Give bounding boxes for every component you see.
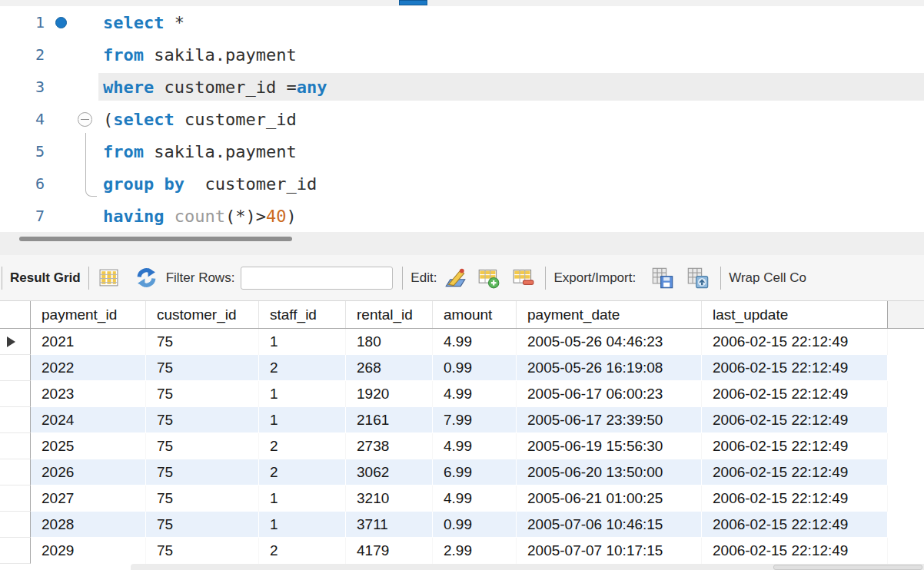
- cell-payment_id[interactable]: 2021: [31, 329, 146, 355]
- table-row[interactable]: 202575227384.992005-06-19 15:56:302006-0…: [0, 433, 924, 459]
- cell-amount[interactable]: 7.99: [433, 407, 517, 433]
- import-records-icon[interactable]: [686, 267, 710, 290]
- cell-amount[interactable]: 4.99: [433, 485, 517, 512]
- fold-collapse-icon[interactable]: [78, 112, 92, 127]
- cell-payment_id[interactable]: 2025: [31, 433, 146, 459]
- cell-payment_date[interactable]: 2005-06-19 15:56:30: [517, 433, 702, 459]
- table-row[interactable]: 20227522680.992005-05-26 16:19:082006-02…: [0, 355, 924, 381]
- row-selector[interactable]: [0, 512, 31, 538]
- sql-editor[interactable]: 1select *2from sakila.payment3where cust…: [0, 6, 924, 232]
- table-row[interactable]: 202975241792.992005-07-07 10:17:152006-0…: [0, 538, 924, 564]
- cell-last_update[interactable]: 2006-02-15 22:12:49: [702, 459, 888, 485]
- cell-payment_date[interactable]: 2005-05-26 16:19:08: [517, 355, 702, 381]
- cell-rental_id[interactable]: 3711: [346, 512, 433, 538]
- refresh-icon[interactable]: [136, 267, 157, 288]
- cell-payment_date[interactable]: 2005-07-07 10:17:15: [517, 538, 702, 564]
- cell-payment_id[interactable]: 2029: [31, 538, 146, 564]
- cell-amount[interactable]: 4.99: [433, 329, 517, 355]
- cell-payment_date[interactable]: 2005-07-06 10:46:15: [517, 512, 702, 538]
- cell-last_update[interactable]: 2006-02-15 22:12:49: [702, 407, 888, 433]
- editor-hscrollbar[interactable]: [0, 232, 924, 255]
- cell-payment_id[interactable]: 2026: [31, 459, 146, 485]
- cell-amount[interactable]: 2.99: [433, 538, 517, 564]
- editor-line-4[interactable]: 4(select customer_id: [0, 103, 924, 135]
- editor-line-2[interactable]: 2from sakila.payment: [0, 38, 924, 71]
- cell-payment_date[interactable]: 2005-06-17 06:00:23: [517, 381, 702, 407]
- cell-customer_id[interactable]: 75: [146, 485, 259, 512]
- table-row[interactable]: 20217511804.992005-05-26 04:46:232006-02…: [0, 329, 924, 355]
- cell-last_update[interactable]: 2006-02-15 22:12:49: [702, 381, 888, 407]
- cell-payment_date[interactable]: 2005-06-21 01:00:25: [517, 485, 702, 512]
- column-header-customer_id[interactable]: customer_id: [146, 301, 259, 328]
- cell-payment_id[interactable]: 2022: [31, 355, 146, 381]
- editor-line-6[interactable]: 6group by customer_id: [0, 167, 924, 200]
- row-selector[interactable]: [0, 407, 31, 433]
- cell-payment_id[interactable]: 2023: [31, 381, 146, 407]
- cell-staff_id[interactable]: 2: [259, 459, 346, 485]
- cell-last_update[interactable]: 2006-02-15 22:12:49: [702, 355, 888, 381]
- editor-line-3[interactable]: 3where customer_id =any: [0, 71, 924, 103]
- cell-payment_id[interactable]: 2028: [31, 512, 146, 538]
- editor-line-7[interactable]: 7having count(*)>40): [0, 200, 924, 232]
- table-row[interactable]: 202775132104.992005-06-21 01:00:252006-0…: [0, 485, 924, 512]
- cell-customer_id[interactable]: 75: [146, 459, 259, 485]
- cell-customer_id[interactable]: 75: [146, 433, 259, 459]
- wrap-cell-content-label[interactable]: Wrap Cell Co: [729, 270, 806, 286]
- table-row[interactable]: 202875137110.992005-07-06 10:46:152006-0…: [0, 512, 924, 538]
- row-selector[interactable]: [0, 459, 31, 485]
- cell-customer_id[interactable]: 75: [146, 329, 259, 355]
- table-row[interactable]: 202675230626.992005-06-20 13:50:002006-0…: [0, 459, 924, 485]
- cell-payment_date[interactable]: 2005-05-26 04:46:23: [517, 329, 702, 355]
- row-selector[interactable]: [0, 381, 31, 407]
- column-header-last_update[interactable]: last_update: [702, 301, 888, 328]
- cell-rental_id[interactable]: 1920: [346, 381, 433, 407]
- editor-hscrollbar-thumb[interactable]: [19, 237, 292, 241]
- row-selector[interactable]: [0, 433, 31, 459]
- export-results-icon[interactable]: [651, 267, 674, 290]
- column-header-staff_id[interactable]: staff_id: [259, 301, 346, 328]
- grid-hscrollbar-track[interactable]: [131, 564, 924, 570]
- cell-staff_id[interactable]: 2: [259, 355, 346, 381]
- cell-customer_id[interactable]: 75: [146, 407, 259, 433]
- cell-payment_id[interactable]: 2027: [31, 485, 146, 512]
- cell-amount[interactable]: 0.99: [433, 355, 517, 381]
- row-selector[interactable]: [0, 538, 31, 564]
- cell-staff_id[interactable]: 2: [259, 538, 346, 564]
- grid-hscrollbar-thumb[interactable]: [773, 565, 922, 570]
- row-selector[interactable]: [0, 355, 31, 381]
- column-header-payment_date[interactable]: payment_date: [517, 301, 702, 328]
- cell-amount[interactable]: 0.99: [433, 512, 517, 538]
- cell-staff_id[interactable]: 1: [259, 329, 346, 355]
- cell-rental_id[interactable]: 2161: [346, 407, 433, 433]
- cell-customer_id[interactable]: 75: [146, 538, 259, 564]
- cell-customer_id[interactable]: 75: [146, 355, 259, 381]
- cell-payment_date[interactable]: 2005-06-17 23:39:50: [517, 407, 702, 433]
- cell-amount[interactable]: 4.99: [433, 433, 517, 459]
- cell-rental_id[interactable]: 4179: [346, 538, 433, 564]
- cell-staff_id[interactable]: 1: [259, 381, 346, 407]
- table-row[interactable]: 202475121617.992005-06-17 23:39:502006-0…: [0, 407, 924, 433]
- cell-rental_id[interactable]: 180: [346, 329, 433, 355]
- result-grid-columns-icon[interactable]: [98, 267, 119, 288]
- cell-customer_id[interactable]: 75: [146, 381, 259, 407]
- cell-staff_id[interactable]: 1: [259, 407, 346, 433]
- cell-staff_id[interactable]: 2: [259, 433, 346, 459]
- table-row[interactable]: 202375119204.992005-06-17 06:00:232006-0…: [0, 381, 924, 407]
- edit-record-pencil-icon[interactable]: [444, 267, 467, 289]
- insert-row-icon[interactable]: [477, 267, 500, 289]
- column-header-amount[interactable]: amount: [433, 301, 517, 328]
- filter-rows-input[interactable]: [241, 267, 393, 290]
- cell-rental_id[interactable]: 3210: [346, 485, 433, 512]
- cell-last_update[interactable]: 2006-02-15 22:12:49: [702, 329, 888, 355]
- column-header-rental_id[interactable]: rental_id: [346, 301, 433, 328]
- cell-amount[interactable]: 6.99: [433, 459, 517, 485]
- row-selector[interactable]: [0, 329, 31, 355]
- cell-customer_id[interactable]: 75: [146, 512, 259, 538]
- row-selector[interactable]: [0, 485, 31, 512]
- editor-line-5[interactable]: 5from sakila.payment: [0, 135, 924, 167]
- cell-rental_id[interactable]: 3062: [346, 459, 433, 485]
- cell-last_update[interactable]: 2006-02-15 22:12:49: [702, 512, 888, 538]
- column-header-payment_id[interactable]: payment_id: [31, 301, 146, 328]
- cell-last_update[interactable]: 2006-02-15 22:12:49: [702, 433, 888, 459]
- cell-rental_id[interactable]: 268: [346, 355, 433, 381]
